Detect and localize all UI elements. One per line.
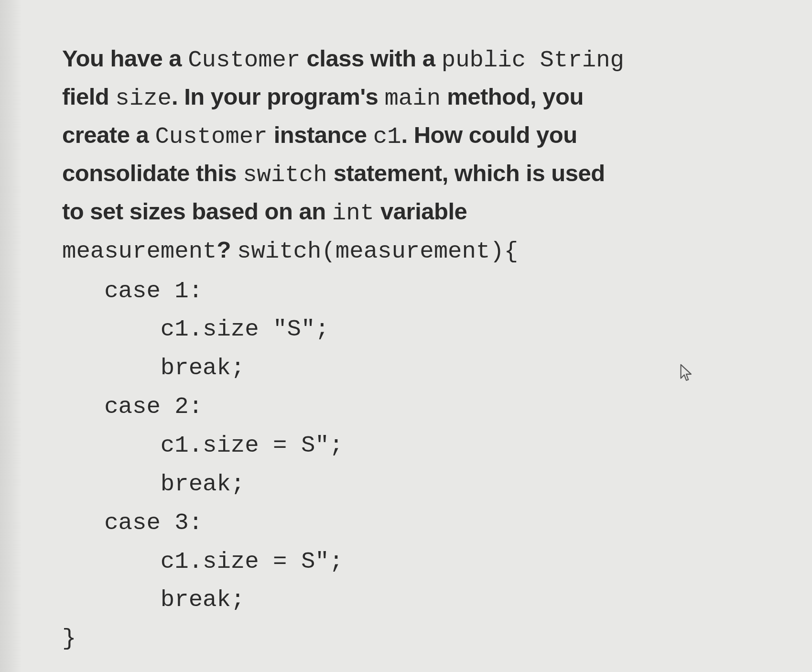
text-fragment: variable <box>374 198 467 224</box>
code-inline: int <box>332 200 374 227</box>
page-left-edge <box>0 0 22 672</box>
text-fragment: create a <box>62 122 155 148</box>
text-fragment: consolidate this <box>62 160 243 186</box>
text-fragment: method, you <box>441 84 584 109</box>
text-fragment: class with a <box>300 45 441 71</box>
code-line: case 1: <box>62 278 203 304</box>
code-inline: switch(measurement){ <box>237 238 518 265</box>
text-fragment: ? <box>217 237 237 262</box>
text-fragment: You have a <box>62 45 188 71</box>
code-line: } <box>62 625 76 652</box>
question-paragraph: You have a Customer class with a public … <box>62 41 779 270</box>
code-line: break; <box>62 586 245 613</box>
code-line: c1.size = S"; <box>62 432 343 459</box>
code-block: case 1: c1.size "S"; break; case 2: c1.s… <box>62 272 779 658</box>
code-inline: measurement <box>62 238 217 265</box>
code-line: break; <box>62 355 245 381</box>
code-inline: public String <box>442 47 624 74</box>
code-line: c1.size "S"; <box>62 316 329 343</box>
code-inline: c1 <box>373 123 401 150</box>
code-inline: size <box>115 85 172 112</box>
code-line: case 2: <box>62 393 203 420</box>
text-fragment: to set sizes based on an <box>62 198 332 224</box>
code-line: case 3: <box>62 509 203 536</box>
text-fragment: statement, which is used <box>327 160 605 186</box>
text-fragment: . How could you <box>401 122 577 148</box>
code-inline: Customer <box>155 123 267 150</box>
text-fragment: field <box>62 84 115 109</box>
question-content: You have a Customer class with a public … <box>62 41 779 658</box>
text-fragment: instance <box>268 122 373 148</box>
code-line: break; <box>62 471 245 498</box>
text-fragment: . In your program's <box>172 84 384 109</box>
code-inline: Customer <box>188 47 300 74</box>
code-inline: main <box>384 85 441 112</box>
code-line: c1.size = S"; <box>62 548 343 575</box>
code-inline: switch <box>243 162 327 188</box>
